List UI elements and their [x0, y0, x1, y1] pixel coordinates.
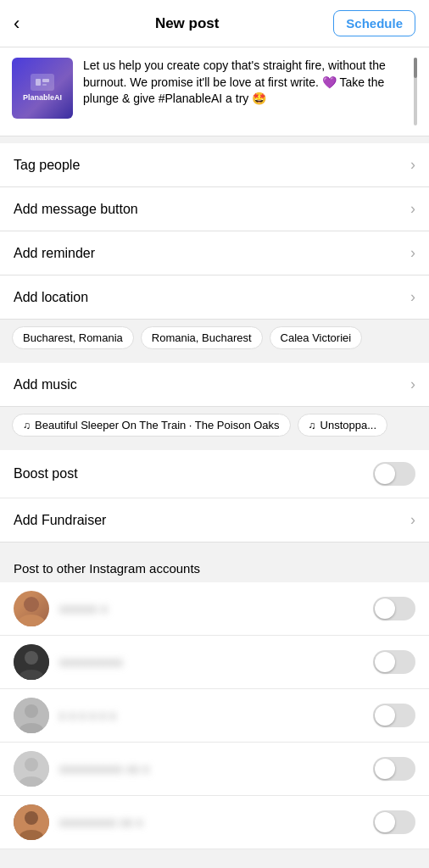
account-toggle-5[interactable]: [373, 810, 415, 834]
account-left-1: xxxxxx x: [14, 591, 108, 626]
divider-3: [0, 443, 429, 450]
row-add-reminder[interactable]: Add reminder ›: [0, 231, 429, 275]
planable-logo-text: PlanableAI: [23, 93, 62, 103]
row-add-music[interactable]: Add music ›: [0, 363, 429, 406]
account-row-4: xxxxxxxxxx xx x: [0, 743, 429, 796]
page-title: New post: [155, 15, 220, 32]
row-add-location[interactable]: Add location ›: [0, 275, 429, 319]
location-chips: Bucharest, Romania Romania, Bucharest Ca…: [0, 320, 429, 356]
account-row-3: x x x x x x: [0, 689, 429, 743]
scroll-bar: [414, 58, 417, 125]
music-note-icon-2: ♫: [309, 420, 316, 431]
avatar-4: [14, 751, 49, 787]
account-name-4: xxxxxxxxxx xx x: [59, 762, 149, 776]
chevron-icon: ›: [410, 288, 415, 306]
divider-4: [0, 542, 429, 549]
music-chip-2[interactable]: ♫ Unstoppa...: [298, 414, 388, 437]
add-reminder-label: Add reminder: [14, 246, 95, 261]
chevron-icon: ›: [410, 200, 415, 218]
music-chip-2-label: Unstoppa...: [320, 419, 377, 431]
toggle-thumb-5: [375, 812, 395, 832]
account-name-2: xxxxxxxxxx: [59, 655, 123, 669]
chevron-icon: ›: [410, 156, 415, 174]
section-location: Add location ›: [0, 275, 429, 320]
account-row-5: xxxxxxxxx xx x: [0, 796, 429, 849]
boost-post-toggle[interactable]: [373, 462, 415, 486]
boost-post-row: Boost post: [0, 450, 429, 498]
music-chip-1-label: Beautiful Sleeper On The Train · The Poi…: [35, 419, 280, 431]
music-chip-1[interactable]: ♫ Beautiful Sleeper On The Train · The P…: [12, 414, 291, 437]
section-fundraiser: Add Fundraiser ›: [0, 498, 429, 542]
svg-rect-2: [42, 84, 47, 86]
section-music: Add music ›: [0, 363, 429, 407]
divider-1: [0, 136, 429, 143]
header: ‹ New post Schedule: [0, 0, 429, 47]
svg-point-15: [25, 811, 38, 825]
account-left-2: xxxxxxxxxx: [14, 644, 123, 680]
schedule-button[interactable]: Schedule: [333, 10, 415, 36]
add-location-label: Add location: [14, 290, 88, 305]
row-add-fundraiser[interactable]: Add Fundraiser ›: [0, 498, 429, 542]
account-toggle-3[interactable]: [373, 704, 415, 727]
account-row-1: xxxxxx x: [0, 582, 429, 636]
row-add-message[interactable]: Add message button ›: [0, 187, 429, 231]
other-accounts-section-header: Post to other Instagram accounts: [0, 549, 429, 582]
location-chip-2[interactable]: Romania, Bucharest: [141, 326, 263, 349]
scroll-thumb: [414, 58, 417, 78]
back-button[interactable]: ‹: [14, 13, 41, 35]
toggle-thumb-2: [375, 652, 395, 672]
music-chips: ♫ Beautiful Sleeper On The Train · The P…: [0, 407, 429, 443]
add-message-label: Add message button: [14, 202, 138, 217]
account-name-3: x x x x x x: [59, 709, 116, 722]
account-toggle-1[interactable]: [373, 597, 415, 620]
add-music-label: Add music: [14, 377, 77, 392]
post-caption: Let us help you create copy that's strai…: [83, 58, 404, 108]
planable-logo-icon: [31, 74, 54, 91]
avatar-2: [14, 644, 49, 680]
svg-point-12: [25, 758, 38, 771]
account-name-5: xxxxxxxxx xx x: [59, 815, 143, 829]
tag-people-label: Tag people: [14, 158, 80, 173]
svg-point-4: [18, 615, 45, 626]
add-fundraiser-label: Add Fundraiser: [14, 513, 106, 528]
post-preview: PlanableAI Let us help you create copy t…: [0, 47, 429, 136]
row-tag-people[interactable]: Tag people ›: [0, 143, 429, 186]
account-toggle-4[interactable]: [373, 757, 415, 781]
location-chip-3[interactable]: Calea Victoriei: [270, 326, 363, 349]
account-left-4: xxxxxxxxxx xx x: [14, 751, 149, 787]
avatar-5: [14, 804, 49, 840]
account-row-2: xxxxxxxxxx: [0, 636, 429, 689]
location-chip-1[interactable]: Bucharest, Romania: [12, 326, 134, 349]
svg-rect-0: [36, 79, 41, 86]
toggle-thumb-4: [375, 759, 395, 779]
toggle-thumb-3: [375, 705, 395, 726]
account-left-3: x x x x x x: [14, 698, 116, 733]
svg-point-3: [24, 597, 39, 612]
music-note-icon: ♫: [23, 420, 31, 431]
chevron-icon: ›: [410, 244, 415, 262]
account-left-5: xxxxxxxxx xx x: [14, 804, 143, 840]
svg-point-6: [25, 651, 38, 665]
divider-2: [0, 356, 429, 363]
toggle-thumb-1: [375, 598, 395, 619]
account-name-1: xxxxxx x: [59, 602, 108, 615]
boost-post-label: Boost post: [14, 466, 78, 481]
avatar-3: [14, 698, 49, 733]
svg-point-9: [25, 704, 38, 718]
account-toggle-2[interactable]: [373, 650, 415, 674]
chevron-icon: ›: [410, 511, 415, 529]
avatar-1: [14, 591, 49, 626]
section-tag: Tag people ›: [0, 143, 429, 187]
svg-rect-1: [42, 79, 49, 82]
toggle-thumb: [375, 464, 395, 484]
post-thumbnail: PlanableAI: [12, 58, 73, 119]
chevron-icon: ›: [410, 376, 415, 393]
section-message: Add message button ›: [0, 187, 429, 231]
section-reminder: Add reminder ›: [0, 231, 429, 275]
